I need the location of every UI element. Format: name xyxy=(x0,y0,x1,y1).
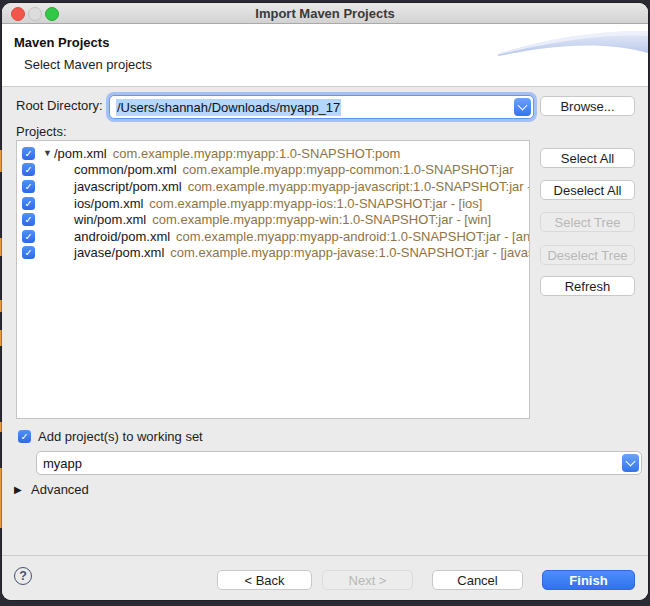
project-path: common/pom.xml xyxy=(74,162,177,177)
project-artifact: com.example.myapp:myapp-win:1.0-SNAPSHOT… xyxy=(152,212,491,227)
minimize-window-button xyxy=(28,7,42,21)
cancel-button[interactable]: Cancel xyxy=(432,570,523,590)
checkbox-checked[interactable]: ✓ xyxy=(22,147,35,160)
project-artifact: com.example.myapp:myapp-ios:1.0-SNAPSHOT… xyxy=(149,196,482,211)
project-artifact: com.example.myapp:myapp-common:1.0-SNAPS… xyxy=(183,162,514,177)
checkbox-checked[interactable]: ✓ xyxy=(22,180,35,193)
working-set-combo[interactable]: myapp xyxy=(36,451,642,475)
close-window-button[interactable] xyxy=(11,7,25,21)
working-set-checkbox-row[interactable]: ✓ Add project(s) to working set xyxy=(18,429,203,444)
refresh-button[interactable]: Refresh xyxy=(540,276,635,296)
select-all-button[interactable]: Select All xyxy=(540,148,635,168)
table-row[interactable]: ✓ ios/pom.xml com.example.myapp:myapp-io… xyxy=(17,195,529,212)
help-button[interactable]: ? xyxy=(14,567,32,585)
banner-swoosh-graphic xyxy=(498,27,648,59)
checkbox-checked[interactable]: ✓ xyxy=(22,246,35,259)
import-maven-projects-dialog: Import Maven Projects Maven Projects Sel… xyxy=(2,3,648,600)
project-artifact: com.example.myapp:myapp-javase:1.0-SNAPS… xyxy=(170,245,529,260)
working-set-value: myapp xyxy=(43,456,82,471)
window-titlebar[interactable]: Import Maven Projects xyxy=(2,3,648,24)
table-row[interactable]: ✓ javascript/pom.xml com.example.myapp:m… xyxy=(17,178,529,195)
project-artifact: com.example.myapp:myapp-android:1.0-SNAP… xyxy=(176,229,529,244)
advanced-expander[interactable]: ▶ Advanced xyxy=(14,482,89,497)
page-subtitle: Select Maven projects xyxy=(24,57,152,72)
select-tree-button: Select Tree xyxy=(540,212,635,232)
project-path: javascript/pom.xml xyxy=(74,179,182,194)
project-path: javase/pom.xml xyxy=(74,245,164,260)
back-button[interactable]: < Back xyxy=(217,570,312,590)
checkbox-checked[interactable]: ✓ xyxy=(22,230,35,243)
checkbox-checked[interactable]: ✓ xyxy=(22,213,35,226)
zoom-window-button[interactable] xyxy=(45,7,59,21)
project-path: ios/pom.xml xyxy=(74,196,143,211)
table-row[interactable]: ✓ javase/pom.xml com.example.myapp:myapp… xyxy=(17,245,529,262)
combo-dropdown-icon[interactable] xyxy=(622,454,639,472)
checkbox-checked[interactable]: ✓ xyxy=(22,197,35,210)
project-artifact: com.example.myapp:myapp:1.0-SNAPSHOT:pom xyxy=(113,146,401,161)
deselect-tree-button: Deselect Tree xyxy=(540,245,635,265)
table-row[interactable]: ✓ ▼ /pom.xml com.example.myapp:myapp:1.0… xyxy=(17,145,529,162)
table-row[interactable]: ✓ android/pom.xml com.example.myapp:myap… xyxy=(17,228,529,245)
wizard-banner: Maven Projects Select Maven projects xyxy=(2,24,648,87)
checkbox-checked[interactable]: ✓ xyxy=(18,430,31,443)
project-artifact: com.example.myapp:myapp-javascript:1.0-S… xyxy=(188,179,529,194)
chevron-right-icon[interactable]: ▶ xyxy=(14,484,31,495)
root-directory-value: /Users/shannah/Downloads/myapp_17 xyxy=(116,99,341,116)
project-path: win/pom.xml xyxy=(74,212,146,227)
projects-label: Projects: xyxy=(16,124,67,139)
table-row[interactable]: ✓ win/pom.xml com.example.myapp:myapp-wi… xyxy=(17,211,529,228)
next-button: Next > xyxy=(322,570,413,590)
combo-dropdown-icon[interactable] xyxy=(514,98,531,116)
advanced-label: Advanced xyxy=(31,482,89,497)
deselect-all-button[interactable]: Deselect All xyxy=(540,180,635,200)
page-title: Maven Projects xyxy=(14,35,109,50)
root-directory-combo[interactable]: /Users/shannah/Downloads/myapp_17 xyxy=(109,95,534,119)
browse-button[interactable]: Browse... xyxy=(540,96,635,116)
project-path: /pom.xml xyxy=(54,146,107,161)
window-title: Import Maven Projects xyxy=(2,3,648,23)
finish-button[interactable]: Finish xyxy=(542,570,635,590)
projects-tree[interactable]: ✓ ▼ /pom.xml com.example.myapp:myapp:1.0… xyxy=(16,140,530,419)
project-path: android/pom.xml xyxy=(74,229,170,244)
checkbox-checked[interactable]: ✓ xyxy=(22,163,35,176)
root-directory-label: Root Directory: xyxy=(16,98,103,113)
tree-collapse-icon[interactable]: ▼ xyxy=(43,148,54,158)
table-row[interactable]: ✓ common/pom.xml com.example.myapp:myapp… xyxy=(17,162,529,179)
working-set-label: Add project(s) to working set xyxy=(38,429,203,444)
dialog-footer: ? < Back Next > Cancel Finish xyxy=(2,555,648,600)
